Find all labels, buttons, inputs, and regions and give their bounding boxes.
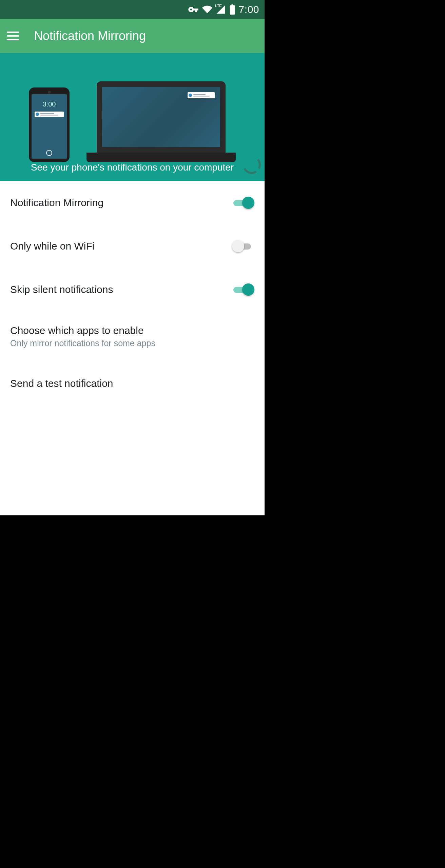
page-title: Notification Mirroring [34,29,146,43]
cellular-signal-icon: LTE [216,4,226,15]
vpn-key-icon [188,4,199,15]
loading-spinner-icon [242,155,261,174]
phone-home-icon [46,150,52,156]
setting-title: Send a test notification [10,378,113,389]
screen: LTE 7:00 Notification Mirroring 3:00 [0,0,265,515]
menu-icon[interactable] [7,29,20,43]
app-bar: Notification Mirroring [0,19,265,53]
setting-title: Skip silent notifications [10,284,113,295]
settings-list: Notification Mirroring Only while on WiF… [0,181,265,405]
setting-choose-apps[interactable]: Choose which apps to enable Only mirror … [0,311,265,362]
status-bar: LTE 7:00 [0,0,265,19]
toggle-notification-mirroring[interactable] [233,197,254,209]
svg-point-0 [242,155,261,174]
phone-time: 3:00 [43,100,56,108]
phone-illustration: 3:00 [29,87,70,162]
hero-caption: See your phone's notifications on your c… [31,162,234,173]
toggle-skip-silent[interactable] [233,283,254,296]
laptop-notification-icon [188,92,215,98]
setting-skip-silent[interactable]: Skip silent notifications [0,268,265,311]
setting-notification-mirroring[interactable]: Notification Mirroring [0,181,265,224]
wifi-icon [202,4,212,15]
setting-only-wifi[interactable]: Only while on WiFi [0,224,265,268]
battery-icon [229,4,235,15]
setting-send-test[interactable]: Send a test notification [0,362,265,405]
hero-illustration: 3:00 [29,53,236,162]
toggle-only-wifi[interactable] [233,240,254,252]
laptop-illustration [86,81,236,162]
setting-title: Notification Mirroring [10,197,103,209]
phone-notification-icon [35,112,63,117]
setting-subtitle: Only mirror notifications for some apps [10,338,155,348]
hero: 3:00 See your phone's not [0,53,265,181]
status-time: 7:00 [239,4,259,15]
setting-title: Only while on WiFi [10,240,94,252]
setting-title: Choose which apps to enable [10,325,155,336]
lte-label: LTE [215,4,222,8]
